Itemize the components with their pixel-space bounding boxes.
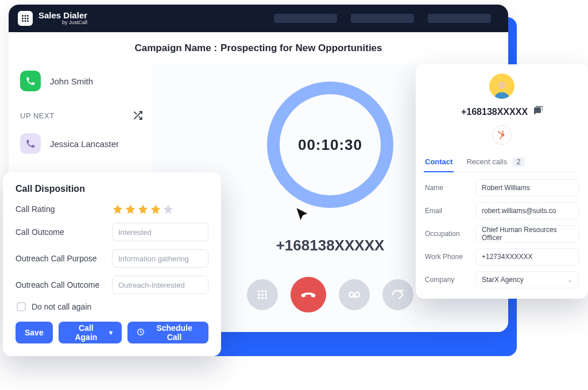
recent-calls-count: 2 (513, 157, 525, 167)
call-outcome-input[interactable]: Interested (112, 223, 208, 241)
svg-point-2 (27, 15, 29, 17)
svg-point-0 (22, 15, 24, 17)
phone-icon (20, 133, 41, 154)
svg-point-29 (500, 138, 501, 140)
voicemail-button[interactable] (339, 279, 370, 310)
svg-point-25 (498, 82, 505, 89)
outreach-purpose-input[interactable]: Information gathering (112, 249, 208, 268)
field-label-company: Company (425, 276, 475, 284)
field-value-workphone[interactable]: +12734XXXXXX (475, 248, 579, 265)
avatar (489, 74, 514, 99)
svg-point-12 (258, 290, 260, 292)
svg-point-3 (22, 18, 24, 20)
svg-point-19 (261, 297, 264, 299)
call-progress-ring: 00:10:30 (267, 82, 393, 208)
call-outcome-label: Call Outcome (16, 227, 105, 237)
svg-point-22 (355, 292, 359, 297)
field-label-workphone: Work Phone (425, 253, 475, 261)
hangup-button[interactable] (291, 277, 326, 312)
phone-icon (20, 71, 41, 91)
title-bar-placeholder (351, 14, 414, 23)
tab-recent-calls[interactable]: Recent calls 2 (466, 154, 524, 172)
next-caller-name: Jessica Lancaster (50, 139, 119, 149)
chevron-down-icon: ▾ (109, 329, 113, 337)
chevron-down-icon: ⌄ (567, 276, 572, 284)
svg-point-27 (502, 131, 504, 133)
svg-point-7 (25, 20, 26, 22)
svg-point-15 (258, 294, 260, 296)
clock-icon (137, 328, 145, 338)
next-call-item[interactable]: Jessica Lancaster (20, 133, 143, 154)
outreach-outcome-label: Outreach Call Outcome (16, 280, 105, 289)
call-timer: 00:10:30 (298, 136, 362, 154)
svg-point-14 (265, 290, 267, 292)
title-bar-placeholder (428, 14, 491, 23)
dnc-checkbox-row[interactable]: Do not call again (17, 302, 208, 311)
outreach-outcome-input[interactable]: Outreach-Interested (112, 276, 208, 294)
svg-point-1 (25, 15, 26, 17)
field-value-name[interactable]: Robert Williams (475, 179, 579, 196)
dialpad-button[interactable] (247, 279, 278, 310)
svg-point-8 (27, 20, 29, 22)
app-logo-icon (18, 11, 33, 26)
svg-point-21 (349, 292, 354, 297)
rating-stars[interactable] (112, 203, 174, 215)
call-disposition-card: Call Disposition Call Rating Call Outcom… (3, 172, 221, 356)
svg-line-11 (134, 112, 137, 114)
title-bar: Sales Dialer by JustCall (9, 5, 508, 32)
tab-contact[interactable]: Contact (425, 154, 452, 172)
svg-line-32 (501, 136, 502, 138)
current-caller-name: John Smith (50, 76, 93, 86)
field-label-email: Email (425, 207, 475, 215)
field-value-occupation[interactable]: Chief Human Resources Officer (475, 225, 579, 242)
field-label-occupation: Occupation (425, 230, 475, 238)
outreach-purpose-label: Outreach Call Purpose (16, 254, 105, 263)
campaign-title: Campaign Name : Prospecting for New Oppo… (9, 32, 508, 64)
hubspot-icon[interactable] (492, 125, 512, 145)
rating-label: Call Rating (16, 204, 105, 214)
disposition-title: Call Disposition (16, 184, 208, 194)
dnc-label: Do not call again (32, 302, 91, 311)
field-value-company[interactable]: StarX Agency ⌄ (475, 271, 579, 288)
app-title: Sales Dialer by JustCall (38, 11, 87, 26)
svg-point-13 (261, 290, 264, 292)
field-value-email[interactable]: robert.williams@suits.co (475, 202, 579, 219)
contact-card: +168138XXXXX Contact Recent calls 2 Name… (416, 64, 588, 299)
title-bar-placeholder (274, 14, 337, 23)
svg-point-17 (265, 294, 267, 296)
cursor-icon (295, 207, 311, 225)
chat-icon[interactable] (532, 106, 543, 118)
svg-point-6 (22, 20, 24, 22)
upnext-label: UP NEXT (20, 111, 55, 120)
current-call-item[interactable]: John Smith (20, 68, 143, 94)
forward-button[interactable] (382, 279, 413, 310)
schedule-call-button[interactable]: Schedule Call (127, 322, 208, 343)
shuffle-icon[interactable] (133, 110, 143, 121)
svg-point-18 (258, 297, 260, 299)
svg-point-20 (265, 297, 267, 299)
call-again-button[interactable]: Call Again ▾ (59, 322, 122, 343)
svg-point-4 (25, 18, 26, 20)
svg-line-31 (500, 133, 502, 134)
field-label-name: Name (425, 184, 475, 192)
svg-point-5 (27, 18, 29, 20)
svg-point-16 (261, 294, 264, 296)
contact-tabs: Contact Recent calls 2 (425, 154, 579, 172)
dnc-checkbox[interactable] (17, 302, 26, 311)
contact-phone-number: +168138XXXXX (461, 107, 528, 117)
save-button[interactable]: Save (16, 322, 53, 343)
